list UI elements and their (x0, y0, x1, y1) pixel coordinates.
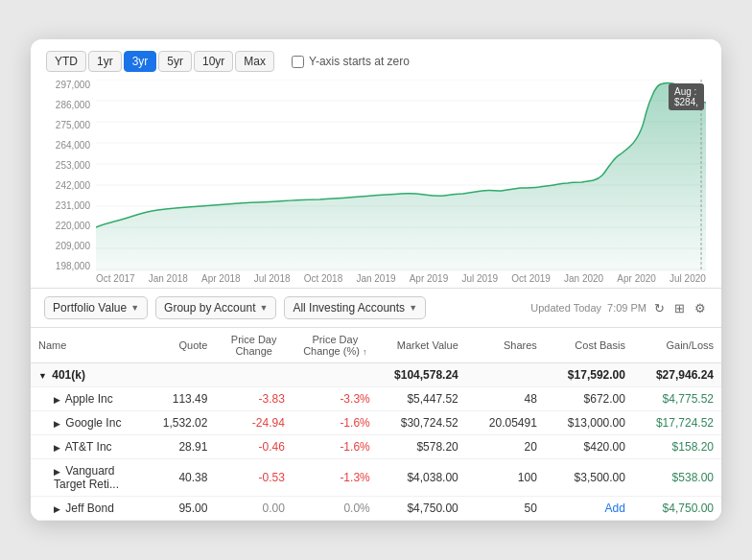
item-mkt-apple: $5,447.52 (378, 387, 466, 411)
y-label-7: 220,000 (46, 221, 90, 231)
item-gain-jeffbond: $4,750.00 (633, 497, 721, 521)
tooltip-date: Aug : (674, 86, 698, 97)
x-label-3: Jul 2018 (254, 273, 291, 284)
expand-icon-jeffbond[interactable]: ▶ (54, 504, 60, 514)
chart-wrapper: 297,000 286,000 275,000 264,000 253,000 … (46, 80, 706, 271)
item-name-vanguard: ▶ Vanguard Target Reti... (31, 459, 140, 497)
item-price-change-apple: -3.83 (215, 387, 292, 411)
item-name-jeffbond: ▶ Jeff Bond (31, 497, 140, 521)
group-by-dropdown[interactable]: Group by Account ▼ (155, 296, 276, 319)
item-shares-google: 20.05491 (466, 411, 545, 435)
group-cost-basis-401k: $17,592.00 (545, 363, 633, 387)
col-price-day-change-pct[interactable]: Price Day Change (%) ↑ (293, 328, 378, 363)
portfolio-value-dropdown[interactable]: Portfolio Value ▼ (44, 296, 148, 319)
x-label-4: Oct 2018 (304, 273, 343, 284)
item-shares-apple: 48 (466, 387, 545, 411)
account-arrow-icon: ▼ (409, 303, 417, 313)
expand-icon-att[interactable]: ▶ (54, 443, 60, 453)
x-label-9: Jan 2020 (564, 273, 603, 284)
item-pct-google: -1.6% (293, 411, 378, 435)
item-cost-jeffbond[interactable]: Add (545, 497, 633, 521)
item-price-change-jeffbond: 0.00 (215, 497, 292, 521)
item-name-att: ▶ AT&T Inc (31, 435, 140, 459)
y-axis-label: Y-axis starts at zero (309, 55, 410, 68)
y-label-3: 264,000 (46, 140, 90, 151)
time-btn-10yr[interactable]: 10yr (194, 51, 233, 72)
controls-bar: Portfolio Value ▼ Group by Account ▼ All… (31, 289, 721, 328)
item-gain-vanguard: $538.00 (633, 459, 721, 497)
item-pct-jeffbond: 0.0% (293, 497, 378, 521)
expand-icon-apple[interactable]: ▶ (54, 395, 60, 405)
y-label-1: 286,000 (46, 100, 90, 110)
portfolio-table: Name Quote Price Day Change Price Day Ch… (31, 328, 721, 521)
y-label-4: 253,000 (46, 160, 90, 171)
item-price-change-att: -0.46 (215, 435, 292, 459)
chart-controls: YTD 1yr 3yr 5yr 10yr Max Y-axis starts a… (46, 51, 706, 72)
account-dropdown[interactable]: All Investing Accounts ▼ (284, 296, 426, 319)
table-row: ▶ AT&T Inc 28.91 -0.46 -1.6% $578.20 20 … (31, 435, 721, 459)
y-axis-checkbox-label[interactable]: Y-axis starts at zero (292, 55, 410, 68)
updated-info: Updated Today 7:09 PM ↻ ⊞ ⚙ (530, 299, 708, 317)
col-quote: Quote (140, 328, 216, 363)
time-btn-1yr[interactable]: 1yr (88, 51, 122, 72)
x-label-5: Jan 2019 (356, 273, 395, 284)
item-pct-apple: -3.3% (293, 387, 378, 411)
item-cost-google: $13,000.00 (545, 411, 633, 435)
x-label-8: Oct 2019 (511, 273, 551, 284)
expand-icon-google[interactable]: ▶ (54, 419, 60, 429)
item-cost-apple: $672.00 (545, 387, 633, 411)
item-gain-apple: $4,775.52 (633, 387, 721, 411)
updated-time: 7:09 PM (607, 302, 646, 314)
item-cost-att: $420.00 (545, 435, 633, 459)
col-shares: Shares (466, 328, 545, 363)
updated-label: Updated Today (530, 302, 601, 314)
account-label: All Investing Accounts (293, 301, 405, 315)
item-price-change-vanguard: -0.53 (215, 459, 292, 497)
time-btn-3yr[interactable]: 3yr (124, 51, 157, 72)
time-btn-ytd[interactable]: YTD (46, 51, 86, 72)
item-gain-att: $158.20 (633, 435, 721, 459)
item-name-apple: ▶ Apple Inc (31, 387, 140, 411)
col-gain-loss: Gain/Loss (633, 328, 721, 363)
group-name-401k: ▼ 401(k) (31, 363, 140, 387)
tooltip-value: $284, (674, 97, 698, 107)
item-gain-google: $17,724.52 (633, 411, 721, 435)
item-quote-google: 1,532.02 (140, 411, 216, 435)
item-pct-att: -1.6% (293, 435, 378, 459)
group-gain-loss-401k: $27,946.24 (633, 363, 721, 387)
group-market-value-401k: $104,578.24 (378, 363, 466, 387)
table-section: Name Quote Price Day Change Price Day Ch… (31, 328, 721, 521)
settings-icon[interactable]: ⚙ (693, 299, 708, 317)
item-quote-jeffbond: 95.00 (140, 497, 216, 521)
chart-section: YTD 1yr 3yr 5yr 10yr Max Y-axis starts a… (31, 39, 721, 288)
x-label-6: Apr 2019 (410, 273, 449, 284)
x-label-2: Apr 2018 (201, 273, 241, 284)
expand-icon-vanguard[interactable]: ▶ (54, 467, 60, 477)
group-row-401k: ▼ 401(k) $104,578.24 $17,592.00 $27,946.… (31, 363, 721, 387)
y-axis-checkbox[interactable] (292, 56, 304, 68)
grid-icon[interactable]: ⊞ (672, 299, 687, 317)
item-shares-att: 20 (466, 435, 545, 459)
portfolio-value-arrow-icon: ▼ (130, 303, 139, 313)
y-axis-labels: 297,000 286,000 275,000 264,000 253,000 … (46, 80, 96, 271)
group-by-label: Group by Account (164, 301, 255, 315)
item-price-change-google: -24.94 (215, 411, 292, 435)
item-mkt-jeffbond: $4,750.00 (378, 497, 466, 521)
x-axis-labels: Oct 2017 Jan 2018 Apr 2018 Jul 2018 Oct … (46, 271, 706, 288)
time-btn-max[interactable]: Max (235, 51, 274, 72)
group-quote-blank (140, 363, 216, 387)
item-quote-apple: 113.49 (140, 387, 216, 411)
table-row: ▶ Apple Inc 113.49 -3.83 -3.3% $5,447.52… (31, 387, 721, 411)
group-price-change-blank (215, 363, 292, 387)
col-price-day-change: Price Day Change (215, 328, 292, 363)
chart-area: Aug : $284, (96, 80, 706, 271)
time-btn-5yr[interactable]: 5yr (158, 51, 192, 72)
item-name-google: ▶ Google Inc (31, 411, 140, 435)
refresh-icon[interactable]: ↻ (652, 299, 667, 317)
x-label-7: Jul 2019 (461, 273, 498, 284)
col-name: Name (31, 328, 140, 363)
col-cost-basis: Cost Basis (545, 328, 633, 363)
y-label-9: 198,000 (46, 261, 90, 271)
collapse-icon-401k[interactable]: ▼ (38, 371, 47, 381)
item-cost-vanguard: $3,500.00 (545, 459, 633, 497)
